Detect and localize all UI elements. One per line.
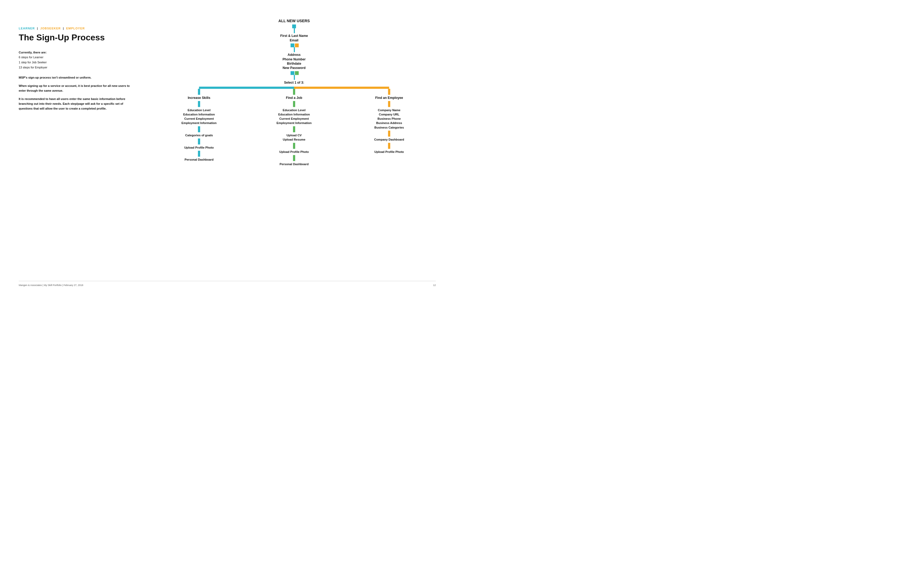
conn-line-1 — [294, 28, 295, 33]
conn-sq-3a — [291, 71, 294, 75]
branch1-photo: Upload Profile Photo — [184, 146, 214, 149]
node2-line3: Birthdate — [287, 62, 301, 66]
diagram-section: ALL NEW USERS First & Last Name Email Ad… — [142, 15, 446, 273]
branch3-company-dash: Company Dashboard — [374, 138, 404, 141]
branch2-v4 — [293, 143, 295, 149]
diagram-svg: ALL NEW USERS First & Last Name Email Ad… — [142, 15, 446, 273]
tag-learner: LEARNER — [19, 27, 35, 30]
conn-line-2 — [294, 47, 295, 52]
stats-line-2: 1 step for Job Seeker — [19, 60, 131, 65]
branch2-edu4: Employment Information — [277, 121, 312, 124]
branch3-v1 — [388, 89, 390, 95]
branch3-b3: Business Phone — [377, 117, 401, 120]
conn-sq-3b — [295, 71, 299, 75]
body-text-2: When signing up for a service or account… — [19, 84, 131, 93]
branch2-edu1: Education Level — [283, 108, 306, 112]
branch3-b1: Company Name — [378, 108, 400, 112]
left-section: LEARNER | JOBSEEKER | EMPLOYER The Sign-… — [19, 27, 131, 115]
node2-line1: Address — [288, 53, 301, 57]
node1-line2: Email — [290, 39, 298, 42]
footer-page-number: 12 — [433, 284, 436, 286]
branch2-label: Find a Job — [286, 96, 302, 100]
page-title: The Sign-Up Process — [19, 32, 131, 42]
stats-line-1: 6 steps for Learner — [19, 55, 131, 60]
conn-sq-2a — [291, 44, 294, 47]
page: LEARNER | JOBSEEKER | EMPLOYER The Sign-… — [0, 0, 454, 294]
branch3-b4: Business Address — [376, 121, 402, 124]
branch3-photo: Upload Profile Photo — [374, 150, 404, 153]
stats-block: Currently, there are: 6 steps for Learne… — [19, 50, 131, 70]
conn-line-3 — [294, 75, 295, 80]
branch1-goals: Categories of goals — [185, 134, 213, 137]
conn-sq-1 — [292, 24, 296, 28]
branch2-photo: Upload Profile Photo — [280, 150, 309, 153]
body-text-1: MSP's sign-up process isn't streamlined … — [19, 75, 131, 80]
footer-left: Mangen & Associates | My Skill Portfolio… — [19, 284, 83, 286]
branch2-edu3: Current Employment — [280, 117, 309, 120]
branch3-v3 — [388, 131, 390, 137]
branch1-v4 — [198, 139, 200, 144]
tag-sep-2: | — [63, 27, 64, 30]
tag-sep-1: | — [37, 27, 38, 30]
branch3-label: Find an Employee — [375, 96, 403, 100]
tag-jobseeker: JOBSEEKER — [40, 27, 61, 30]
tag-employer: EMPLOYER — [66, 27, 85, 30]
all-new-users-label: ALL NEW USERS — [278, 19, 310, 23]
branch2-v2 — [293, 101, 295, 107]
branch3-v4 — [388, 143, 390, 149]
branch1-v2 — [198, 101, 200, 107]
select-label: Select 1 of 3: — [284, 81, 304, 84]
branch1-label: Increase Skills — [188, 96, 210, 100]
node2-line4: New Password — [283, 66, 306, 70]
branch2-v1 — [293, 89, 295, 95]
branch1-v1 — [198, 89, 200, 95]
branch2-v3 — [293, 126, 295, 132]
branch3-b2: Company URL — [379, 113, 400, 116]
branch1-edu2: Education Information — [183, 113, 215, 116]
branch2-resume: Upload Resume — [283, 138, 305, 141]
branch2-v5 — [293, 155, 295, 161]
stats-line-3: 13 steps for Employer — [19, 65, 131, 70]
body-text-3: It is recommended to have all users ente… — [19, 97, 131, 111]
branch1-v3 — [198, 126, 200, 132]
node1-line1: First & Last Name — [280, 34, 308, 38]
branch3-v2 — [388, 101, 390, 107]
stats-header: Currently, there are: — [19, 50, 131, 55]
branch1-dashboard: Personal Dashboard — [184, 158, 214, 161]
h-bar-teal — [199, 87, 294, 89]
branch2-edu2: Education Information — [278, 113, 310, 116]
branch1-edu4: Employment Information — [181, 121, 217, 124]
node2-line2: Phone Number — [283, 57, 306, 61]
footer: Mangen & Associates | My Skill Portfolio… — [19, 281, 436, 286]
branch2-dashboard: Personal Dashboard — [280, 163, 309, 166]
tag-line: LEARNER | JOBSEEKER | EMPLOYER — [19, 27, 131, 30]
conn-sq-2b — [295, 44, 299, 47]
branch1-edu1: Education Level — [188, 108, 211, 112]
branch2-cv: Upload CV — [286, 134, 302, 137]
branch3-b5: Business Categories — [374, 126, 404, 129]
branch1-v5 — [198, 151, 200, 157]
h-bar-orange — [294, 87, 389, 89]
branch1-edu3: Current Employment — [184, 117, 214, 120]
